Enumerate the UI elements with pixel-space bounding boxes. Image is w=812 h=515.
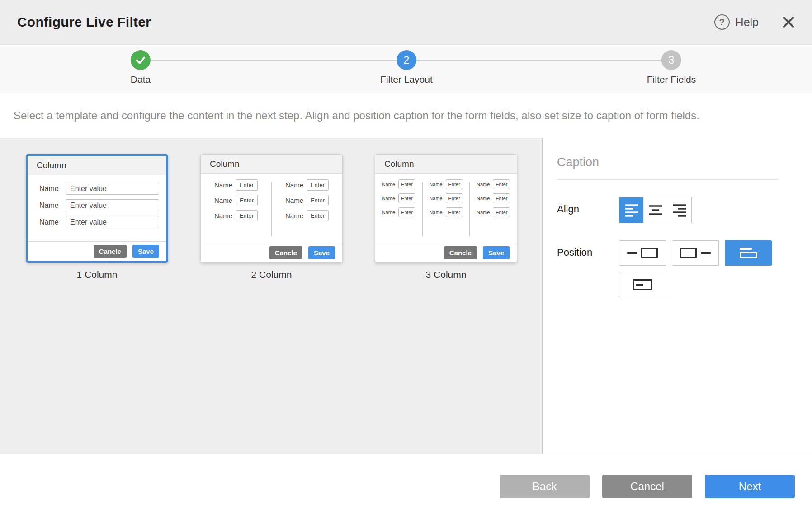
field-box-icon — [641, 248, 658, 258]
step-label: Data — [131, 74, 151, 85]
align-right-button[interactable] — [667, 197, 691, 223]
step-number-circle: 2 — [397, 50, 416, 70]
preview-field-label: Name — [39, 201, 63, 210]
preview-cancle-button: Cancle — [444, 246, 477, 259]
template-card-2-column[interactable]: Column NameEnter NameEnter NameEnter Nam… — [200, 154, 343, 263]
preview-field-label: Name — [382, 196, 395, 201]
preview-field-row: Name Enter value — [39, 183, 159, 195]
dialog-footer: Back Cancel Next — [0, 454, 812, 515]
preview-cancle-button: Cancle — [94, 245, 127, 258]
header-actions: ? Help — [714, 14, 797, 30]
preview-field-input: Enter — [398, 193, 415, 203]
preview-cancle-button: Cancle — [269, 246, 302, 259]
preview-field-label: Name — [285, 212, 303, 220]
caption-settings-panel: Caption Align — [543, 138, 812, 454]
dialog-title: Configure Live Filter — [17, 14, 151, 30]
preview-field-label: Name — [39, 185, 63, 193]
position-caption-left-button[interactable] — [619, 240, 666, 266]
preview-field-input: Enter — [307, 195, 329, 206]
preview-card-header: Column — [28, 156, 166, 175]
align-button-group — [619, 197, 692, 223]
preview-field-input: Enter — [493, 179, 510, 189]
close-button[interactable] — [780, 14, 797, 30]
position-button-group — [619, 240, 772, 297]
preview-field-input: Enter value — [66, 183, 159, 195]
preview-field-input: Enter value — [66, 199, 159, 211]
field-box-icon — [680, 248, 697, 258]
caption-panel-divider — [557, 179, 779, 180]
preview-field-label: Name — [477, 196, 490, 201]
preview-card-body: NameEnter NameEnter NameEnter NameEnter … — [375, 174, 517, 243]
align-center-icon — [648, 203, 663, 217]
preview-field-input: Enter — [398, 179, 415, 189]
preview-field-label: Name — [429, 210, 442, 215]
wizard-stepper: Data 2 Filter Layout 3 Filter Fields — [0, 44, 812, 93]
preview-field-label: Name — [382, 182, 395, 187]
caption-panel-title: Caption — [557, 155, 812, 169]
caption-right-icon — [701, 252, 711, 254]
preview-column: NameEnter NameEnter NameEnter — [201, 179, 271, 243]
preview-field-input: Enter value — [66, 216, 159, 228]
preview-field-input: Enter — [398, 207, 415, 217]
preview-field-input: Enter — [493, 207, 510, 217]
preview-field-label: Name — [382, 210, 395, 215]
stepper-connector — [141, 60, 406, 61]
position-caption-top-button[interactable] — [725, 240, 772, 266]
preview-field-label: Name — [214, 181, 232, 189]
step-label: Filter Layout — [380, 74, 433, 85]
check-icon — [135, 55, 146, 66]
template-card-caption: 3 Column — [375, 269, 517, 280]
preview-field-input: Enter — [236, 210, 258, 221]
preview-field-input: Enter — [446, 179, 463, 189]
align-left-button[interactable] — [619, 197, 643, 223]
close-icon — [782, 15, 795, 29]
step-filter-layout[interactable]: 2 Filter Layout — [380, 50, 433, 85]
back-button[interactable]: Back — [500, 475, 590, 498]
dialog-header: Configure Live Filter ? Help — [0, 0, 812, 44]
preview-field-label: Name — [285, 181, 303, 189]
preview-field-label: Name — [429, 182, 442, 187]
preview-field-label: Name — [214, 197, 232, 204]
position-label: Position — [557, 240, 619, 258]
preview-column: NameEnter NameEnter NameEnter — [272, 179, 342, 243]
preview-field-input: Enter — [236, 195, 258, 206]
preview-save-button: Save — [308, 246, 335, 259]
template-gallery: Column Name Enter value Name Enter value… — [0, 138, 543, 454]
preview-field-label: Name — [477, 182, 490, 187]
preview-field-input: Enter — [446, 207, 463, 217]
template-card-1-column[interactable]: Column Name Enter value Name Enter value… — [26, 154, 168, 263]
preview-field-row: Name Enter value — [39, 216, 159, 228]
help-label: Help — [736, 16, 759, 29]
template-card-3-column[interactable]: Column NameEnter NameEnter NameEnter Nam… — [375, 154, 517, 263]
step-label: Filter Fields — [647, 74, 696, 85]
preview-field-label: Name — [214, 212, 232, 220]
preview-card-header: Column — [375, 154, 517, 174]
preview-save-button: Save — [132, 245, 159, 258]
preview-field-label: Name — [285, 197, 303, 204]
step-filter-fields[interactable]: 3 Filter Fields — [647, 50, 696, 85]
preview-card-footer: Cancle Save — [28, 241, 166, 261]
next-button[interactable]: Next — [705, 475, 795, 498]
main-content: Column Name Enter value Name Enter value… — [0, 138, 812, 454]
position-row: Position — [557, 240, 812, 297]
step-number-circle: 3 — [661, 50, 681, 70]
preview-field-label: Name — [477, 210, 490, 215]
preview-card-footer: Cancle Save — [375, 243, 517, 262]
position-caption-inside-button[interactable] — [619, 272, 666, 297]
preview-field-input: Enter — [493, 193, 510, 203]
preview-field-input: Enter — [307, 179, 329, 191]
description-bar: Select a template and configure the cont… — [0, 93, 812, 138]
help-icon: ? — [714, 14, 730, 30]
align-label: Align — [557, 197, 619, 215]
preview-column: NameEnter NameEnter NameEnter — [375, 179, 422, 243]
preview-card-body: Name Enter value Name Enter value Name E… — [28, 175, 166, 241]
caption-top-icon — [740, 248, 757, 258]
position-caption-right-button[interactable] — [672, 240, 719, 266]
align-center-button[interactable] — [643, 197, 667, 223]
preview-column: NameEnter NameEnter NameEnter — [423, 179, 470, 243]
preview-card-footer: Cancle Save — [201, 243, 342, 262]
step-data[interactable]: Data — [131, 50, 151, 85]
help-button[interactable]: ? Help — [714, 14, 759, 30]
cancel-button[interactable]: Cancel — [602, 475, 692, 498]
preview-field-input: Enter — [236, 179, 258, 191]
